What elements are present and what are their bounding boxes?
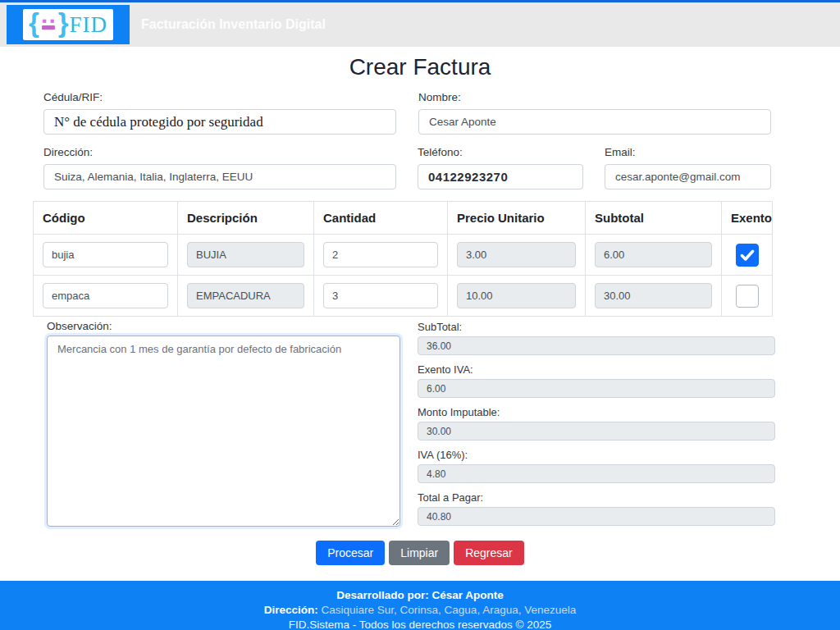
direccion-input[interactable] — [43, 164, 396, 189]
cantidad-input-row1[interactable] — [323, 242, 438, 267]
footer-copyright: FID.Sistema - Todos los derechos reserva… — [0, 618, 840, 630]
cedula-input[interactable] — [43, 109, 396, 135]
monto-imputable-group: Monto Imputable: — [418, 406, 775, 441]
subtotal-input-row1 — [595, 242, 712, 267]
total-pagar-input — [418, 507, 775, 526]
logo-face-icon — [41, 19, 57, 31]
codigo-input-row1[interactable] — [43, 242, 168, 267]
header-precio-unitario: Precio Unitario — [448, 202, 586, 235]
footer: Desarrollado por: César Aponte Dirección… — [0, 581, 840, 630]
descripcion-input-row1 — [187, 242, 304, 267]
header-codigo: Código — [34, 202, 178, 235]
subtotal-total-input — [418, 336, 775, 355]
items-table-header-row: Código Descripción Cantidad Precio Unita… — [34, 202, 773, 235]
total-pagar-label: Total a Pagar: — [418, 491, 775, 504]
precio-unitario-input-row1 — [457, 242, 576, 267]
cedula-field-group: Cédula/RIF: — [43, 91, 396, 135]
nombre-input[interactable] — [418, 109, 771, 135]
descripcion-input-row2 — [187, 283, 304, 308]
subtotal-group: SubTotal: — [418, 321, 775, 355]
header-cantidad: Cantidad — [314, 202, 448, 235]
logo-right-brace-icon: } — [58, 11, 69, 35]
table-row — [34, 235, 773, 276]
cantidad-input-row2[interactable] — [323, 283, 438, 308]
iva-group: IVA (16%): — [418, 449, 775, 483]
direccion-label: Dirección: — [43, 146, 396, 158]
exento-iva-label: Exento IVA: — [418, 363, 775, 376]
check-icon — [738, 246, 756, 264]
main-content: Crear Factura Cédula/RIF: Nombre: Direcc… — [0, 47, 840, 565]
nombre-label: Nombre: — [418, 91, 771, 103]
action-buttons: Procesar Limpiar Regresar — [33, 541, 807, 565]
header-descripcion: Descripción — [178, 202, 314, 235]
items-table: Código Descripción Cantidad Precio Unita… — [33, 201, 773, 317]
exento-iva-input — [418, 379, 775, 398]
iva-input — [418, 464, 775, 483]
footer-address-label: Dirección: — [264, 604, 318, 616]
form-row-1: Cédula/RIF: Nombre: — [43, 91, 771, 135]
footer-developer: Desarrollado por: César Aponte — [0, 588, 840, 603]
email-input[interactable] — [605, 164, 771, 189]
header-subtotal: Subtotal — [586, 202, 722, 235]
monto-imputable-label: Monto Imputable: — [418, 406, 775, 418]
page-title: Crear Factura — [33, 54, 807, 80]
email-label: Email: — [605, 146, 771, 158]
logo-text: FID — [70, 12, 108, 37]
footer-address-value: Casiquiare Sur, Corinsa, Cagua, Aragua, … — [318, 604, 576, 616]
exento-checkbox-row2[interactable] — [736, 285, 759, 308]
cedula-label: Cédula/RIF: — [43, 91, 396, 103]
totals-section: SubTotal: Exento IVA: Monto Imputable: I… — [418, 320, 775, 534]
monto-imputable-input — [418, 422, 775, 441]
header-exento: Exento — [722, 202, 773, 235]
exento-iva-group: Exento IVA: — [418, 363, 775, 398]
telefono-label: Teléfono: — [418, 146, 583, 158]
nombre-field-group: Nombre: — [418, 91, 771, 135]
total-pagar-group: Total a Pagar: — [418, 491, 775, 526]
observacion-field-group: Observación: Mercancia con 1 mes de gara… — [47, 320, 402, 534]
email-field-group: Email: — [605, 146, 771, 189]
codigo-input-row2[interactable] — [43, 283, 168, 308]
telefono-input[interactable] — [418, 164, 583, 189]
procesar-button[interactable]: Procesar — [316, 541, 385, 565]
form-row-2: Dirección: Teléfono: Email: — [43, 146, 771, 189]
exento-checkbox-row1[interactable] — [736, 244, 759, 267]
direccion-field-group: Dirección: — [43, 146, 396, 189]
footer-address: Dirección: Casiquiare Sur, Corinsa, Cagu… — [0, 603, 840, 618]
telefono-field-group: Teléfono: — [418, 146, 583, 189]
regresar-button[interactable]: Regresar — [454, 541, 524, 565]
iva-label: IVA (16%): — [418, 449, 775, 461]
limpiar-button[interactable]: Limpiar — [389, 541, 450, 565]
subtotal-input-row2 — [595, 283, 712, 308]
observacion-label: Observación: — [47, 320, 402, 332]
app-logo[interactable]: { } FID — [7, 5, 130, 44]
table-row — [34, 276, 773, 317]
observacion-textarea[interactable]: Mercancia con 1 mes de garantía por defe… — [47, 336, 400, 527]
logo-inner: { } FID — [23, 9, 113, 40]
precio-unitario-input-row2 — [457, 283, 576, 308]
logo-left-brace-icon: { — [29, 11, 39, 35]
subtotal-label: SubTotal: — [418, 321, 775, 333]
brand-title: Facturación Inventario Digital — [141, 17, 326, 32]
bottom-section: Observación: Mercancia con 1 mes de gara… — [47, 320, 775, 534]
navbar: { } FID Facturación Inventario Digital — [0, 2, 840, 47]
